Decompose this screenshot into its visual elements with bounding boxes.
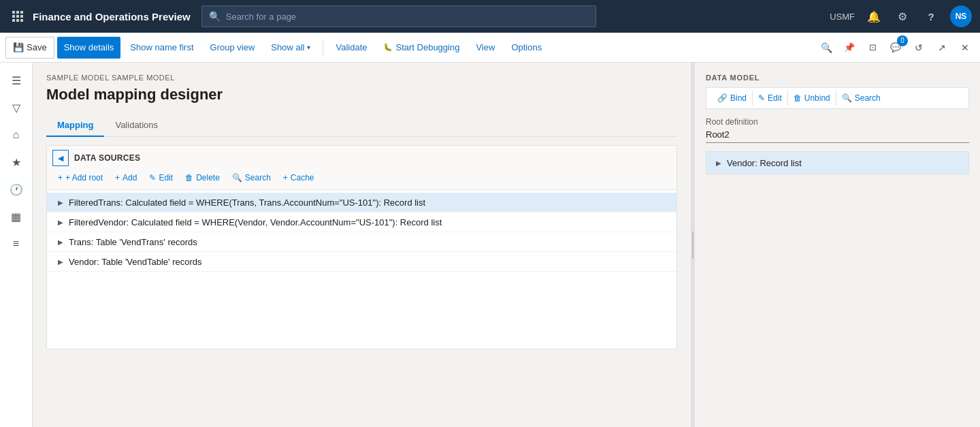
edit-button[interactable]: ✎ Edit [144, 170, 178, 185]
save-button[interactable]: 💾 Save [5, 37, 54, 59]
search-toolbar-icon[interactable]: 🔍 [817, 38, 836, 57]
dm-search-icon: 🔍 [842, 93, 852, 103]
search-datasource-button[interactable]: 🔍 Search [227, 170, 276, 185]
unbind-trash-icon: 🗑 [794, 93, 802, 103]
help-question-icon[interactable]: ? [921, 7, 941, 26]
start-debugging-button[interactable]: 🐛 Start Debugging [376, 37, 466, 59]
breadcrumb: SAMPLE MODEL SAMPLE MODEL [46, 74, 677, 82]
cache-plus-icon: + [283, 173, 288, 183]
panel-toggle-button[interactable]: ◀ [52, 150, 69, 166]
root-definition-label: Root definition [706, 117, 969, 127]
data-sources-header-label: DATA SOURCES [74, 153, 140, 163]
app-title: Finance and Operations Preview [33, 11, 191, 22]
validate-button[interactable]: Validate [329, 37, 374, 59]
tree-item[interactable]: ▶ Trans: Table 'VendTrans' records [47, 232, 676, 252]
svg-rect-4 [16, 15, 19, 18]
search-icon: 🔍 [209, 11, 220, 22]
avatar[interactable]: NS [950, 5, 972, 27]
notification-bell-icon[interactable]: 🔔 [864, 7, 883, 26]
svg-rect-8 [20, 19, 23, 22]
toolbar: 💾 Save Show details Show name first Grou… [0, 33, 980, 63]
dm-search-button[interactable]: 🔍 Search [836, 91, 886, 106]
tree-item-text: Vendor: Table 'VendTable' records [69, 257, 671, 267]
svg-rect-7 [16, 19, 19, 22]
show-name-first-button[interactable]: Show name first [123, 37, 200, 59]
data-sources-tree: ▶ FilteredTrans: Calculated field = WHER… [47, 190, 676, 274]
tree-item-text: FilteredVendor: Calculated field = WHERE… [69, 217, 671, 227]
data-model-actions: 🔗 Bind ✎ Edit 🗑 Unbind 🔍 Search [706, 87, 969, 109]
data-model-tree: ▶ Vendor: Record list [706, 151, 969, 174]
panel-expand-icon[interactable]: ⊡ [863, 38, 882, 57]
delete-button[interactable]: 🗑 Delete [180, 170, 225, 185]
data-model-tree-item[interactable]: ▶ Vendor: Record list [706, 152, 968, 174]
view-button[interactable]: View [469, 37, 502, 59]
sidebar-hamburger-icon[interactable]: ☰ [4, 68, 29, 93]
top-navigation: Finance and Operations Preview 🔍 USMF 🔔 … [0, 0, 980, 33]
search-input[interactable] [226, 12, 589, 22]
root-definition-value: Root2 [706, 129, 969, 143]
chevron-right-icon: ▶ [55, 256, 66, 267]
cache-button[interactable]: + Cache [278, 170, 320, 185]
grid-icon[interactable] [8, 7, 27, 26]
pin-icon[interactable]: 📌 [840, 38, 859, 57]
sidebar-recent-icon[interactable]: 🕐 [4, 177, 29, 202]
delete-trash-icon: 🗑 [185, 173, 193, 183]
data-sources-toolbar: + + Add root + Add ✎ Edit 🗑 [47, 166, 676, 190]
chevron-right-icon: ▶ [713, 157, 724, 168]
data-model-panel: DATA MODEL 🔗 Bind ✎ Edit 🗑 Unbind 🔍 [694, 63, 980, 427]
sidebar-filter-icon[interactable]: ▽ [4, 95, 29, 120]
left-sidebar: ☰ ▽ ⌂ ★ 🕐 ▦ ≡ [0, 63, 33, 427]
svg-rect-6 [12, 19, 15, 22]
options-button[interactable]: Options [504, 37, 549, 59]
tree-item[interactable]: ▶ FilteredVendor: Calculated field = WHE… [47, 212, 676, 232]
svg-rect-2 [20, 11, 23, 14]
tree-item[interactable]: ▶ FilteredTrans: Calculated field = WHER… [47, 193, 676, 212]
bind-link-icon: 🔗 [717, 93, 728, 103]
show-all-button[interactable]: Show all ▾ [264, 37, 317, 59]
top-nav-right: USMF 🔔 ⚙ ? NS [830, 5, 972, 27]
search-datasource-icon: 🔍 [232, 173, 242, 183]
show-all-dropdown-icon: ▾ [307, 44, 310, 51]
group-view-button[interactable]: Group view [203, 37, 262, 59]
unbind-button[interactable]: 🗑 Unbind [787, 91, 836, 106]
data-sources-panel: ◀ DATA SOURCES + + Add root + Add [46, 145, 677, 349]
panel-splitter[interactable] [691, 63, 694, 427]
add-root-button[interactable]: + + Add root [52, 170, 108, 185]
close-icon[interactable]: ✕ [956, 38, 975, 57]
share-icon[interactable]: ↗ [932, 38, 951, 57]
data-model-title: DATA MODEL [706, 74, 969, 82]
tree-item[interactable]: ▶ Vendor: Table 'VendTable' records [47, 252, 676, 272]
main-content: SAMPLE MODEL SAMPLE MODEL Model mapping … [33, 63, 691, 427]
tab-bar: Mapping Validations [46, 114, 677, 137]
add-plus-icon: + [115, 173, 120, 183]
sidebar-workspace-icon[interactable]: ▦ [4, 204, 29, 229]
tab-validations[interactable]: Validations [104, 114, 169, 137]
tree-item-text: Trans: Table 'VendTrans' records [69, 237, 671, 247]
refresh-icon[interactable]: ↺ [909, 38, 928, 57]
add-root-plus-icon: + [58, 173, 63, 183]
add-button[interactable]: + Add [110, 170, 142, 185]
sidebar-list-icon[interactable]: ≡ [4, 232, 29, 256]
global-search-box[interactable]: 🔍 [201, 5, 596, 27]
bind-button[interactable]: 🔗 Bind [712, 91, 752, 106]
toolbar-right-actions: 🔍 📌 ⊡ 💬 0 ↺ ↗ ✕ [817, 38, 975, 57]
settings-gear-icon[interactable]: ⚙ [893, 7, 912, 26]
badge-notification-icon[interactable]: 💬 0 [886, 38, 905, 57]
svg-rect-0 [12, 11, 15, 14]
content-right-layout: SAMPLE MODEL SAMPLE MODEL Model mapping … [33, 63, 980, 427]
tree-item-text: FilteredTrans: Calculated field = WHERE(… [69, 197, 671, 208]
tab-mapping[interactable]: Mapping [46, 114, 104, 137]
show-details-button[interactable]: Show details [57, 37, 121, 59]
sidebar-home-icon[interactable]: ⌂ [4, 123, 29, 147]
svg-rect-1 [16, 11, 19, 14]
save-icon: 💾 [13, 42, 24, 52]
data-model-item-text: Vendor: Record list [727, 158, 802, 168]
svg-rect-5 [20, 15, 23, 18]
dm-edit-button[interactable]: ✎ Edit [752, 91, 787, 106]
page-title: Model mapping designer [46, 86, 677, 104]
toolbar-separator-1 [323, 39, 323, 56]
dm-edit-pencil-icon: ✎ [758, 93, 765, 103]
svg-rect-3 [12, 15, 15, 18]
sidebar-favorites-icon[interactable]: ★ [4, 150, 29, 174]
root-definition-section: Root definition Root2 [706, 117, 969, 143]
